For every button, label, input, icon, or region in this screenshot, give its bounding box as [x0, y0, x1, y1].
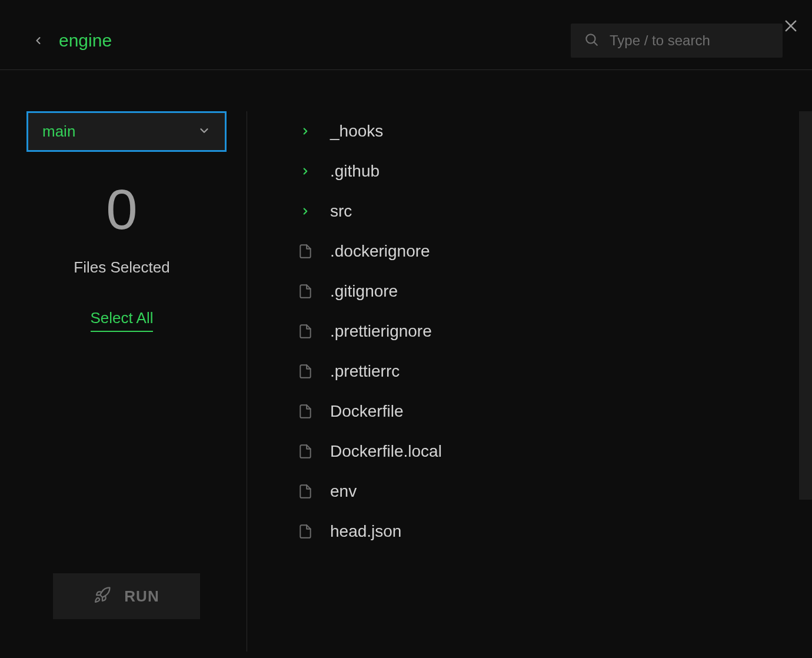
item-label: .github [330, 162, 380, 181]
branch-selector[interactable]: main [26, 111, 227, 152]
svg-line-3 [594, 42, 597, 45]
file-item[interactable]: .prettierrc [297, 351, 788, 391]
item-label: Dockerfile [330, 402, 403, 421]
file-item[interactable]: Dockerfile.local [297, 431, 788, 471]
files-selected-count: 0 [26, 181, 217, 238]
file-item[interactable]: .dockerignore [297, 231, 788, 271]
select-all-link[interactable]: Select All [91, 309, 154, 332]
file-icon [297, 404, 314, 419]
chevron-down-icon [198, 124, 211, 139]
file-item[interactable]: head.json [297, 511, 788, 551]
rocket-icon [94, 586, 111, 606]
file-tree: _hooks.githubsrc.dockerignore.gitignore.… [247, 111, 812, 652]
item-label: env [330, 482, 357, 501]
file-icon [297, 484, 314, 499]
file-item[interactable]: .gitignore [297, 271, 788, 311]
item-label: .prettierrc [330, 362, 400, 381]
run-label: RUN [124, 587, 159, 606]
folder-item[interactable]: _hooks [297, 111, 788, 151]
folder-chevron-icon [297, 206, 314, 217]
item-label: Dockerfile.local [330, 442, 442, 461]
item-label: head.json [330, 522, 401, 541]
file-icon [297, 324, 314, 339]
item-label: src [330, 202, 352, 221]
item-label: _hooks [330, 122, 383, 141]
header: engine [0, 0, 812, 70]
item-label: .gitignore [330, 282, 398, 301]
file-icon [297, 364, 314, 379]
folder-item[interactable]: .github [297, 151, 788, 191]
file-icon [297, 444, 314, 459]
header-left: engine [32, 31, 112, 51]
file-icon [297, 244, 314, 259]
search-input[interactable] [610, 32, 786, 49]
content: main 0 Files Selected Select All RUN [0, 70, 812, 652]
file-icon [297, 524, 314, 539]
files-selected-label: Files Selected [26, 258, 217, 277]
file-item[interactable]: Dockerfile [297, 391, 788, 431]
branch-name: main [42, 122, 75, 141]
run-button[interactable]: RUN [53, 573, 200, 619]
page-title: engine [59, 31, 112, 51]
file-item[interactable]: env [297, 471, 788, 511]
item-label: .dockerignore [330, 242, 430, 261]
folder-item[interactable]: src [297, 191, 788, 231]
search-icon [584, 32, 599, 49]
scrollbar[interactable] [799, 111, 812, 500]
file-icon [297, 284, 314, 299]
sidebar: main 0 Files Selected Select All RUN [0, 111, 247, 652]
file-item[interactable]: .prettierignore [297, 311, 788, 351]
back-button[interactable] [32, 32, 44, 49]
search-box[interactable] [571, 24, 783, 58]
folder-chevron-icon [297, 126, 314, 137]
item-label: .prettierignore [330, 322, 432, 341]
folder-chevron-icon [297, 166, 314, 177]
